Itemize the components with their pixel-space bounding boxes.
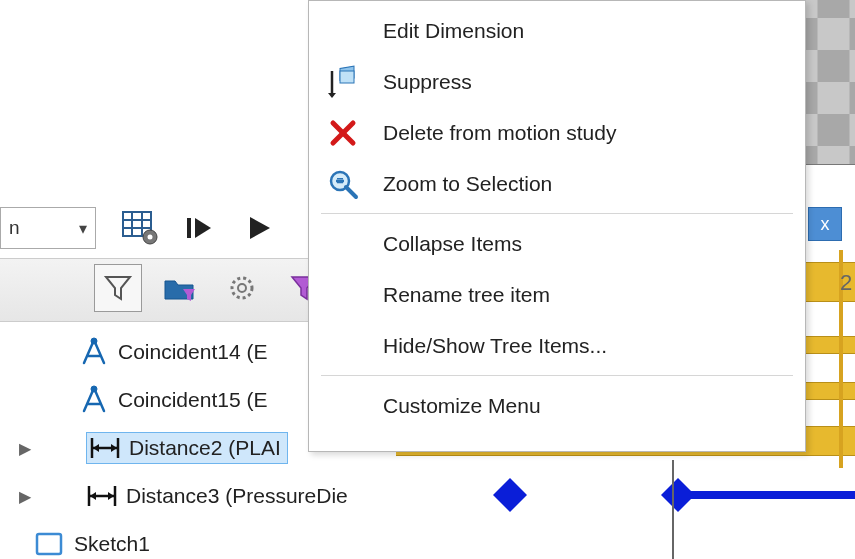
tree-item-label: Distance2 (PLAI (129, 436, 281, 460)
svg-point-6 (148, 235, 153, 240)
svg-rect-27 (37, 534, 61, 554)
menu-customize-menu[interactable]: Customize Menu (309, 380, 805, 431)
timeline-cursor[interactable] (672, 460, 674, 559)
tree-item-label: Coincident15 (E (118, 388, 267, 412)
coincident-icon (78, 337, 110, 367)
chevron-down-icon: ▾ (79, 219, 87, 238)
folder-filter-button[interactable] (156, 264, 204, 312)
menu-separator (321, 375, 793, 376)
blank-icon (321, 224, 365, 264)
menu-zoom-to-selection[interactable]: = Zoom to Selection (309, 158, 805, 209)
svg-text:=: = (336, 174, 343, 188)
distance-icon (86, 483, 118, 509)
keyframe-icon[interactable] (493, 478, 527, 512)
mode-combobox[interactable]: n ▾ (0, 207, 96, 249)
blank-icon (321, 386, 365, 426)
svg-marker-20 (93, 444, 99, 452)
blank-icon (321, 326, 365, 366)
keyframe-span[interactable] (680, 491, 855, 499)
zoom-icon: = (321, 164, 365, 204)
svg-point-13 (238, 284, 246, 292)
coincident-icon (78, 385, 110, 415)
expand-triangle-icon[interactable]: ▶ (18, 487, 32, 506)
svg-line-37 (346, 187, 356, 197)
mode-combobox-text: n (9, 217, 20, 239)
timeline-tick-label: 2 (840, 270, 852, 296)
menu-item-label: Hide/Show Tree Items... (383, 334, 607, 358)
play-icon (246, 214, 274, 242)
menu-separator (321, 213, 793, 214)
menu-suppress[interactable]: Suppress (309, 56, 805, 107)
context-menu: Edit Dimension Suppress Delete from moti… (308, 0, 806, 452)
svg-marker-26 (108, 492, 114, 500)
svg-marker-10 (106, 277, 130, 299)
blank-icon (321, 11, 365, 51)
sketch-icon (34, 529, 66, 559)
tree-item-label: Coincident14 (E (118, 340, 267, 364)
filter-toolbar (94, 264, 328, 312)
svg-marker-25 (90, 492, 96, 500)
tree-item-label: Distance3 (PressureDie (126, 484, 348, 508)
play-button[interactable] (240, 208, 280, 248)
suppress-icon (321, 62, 365, 102)
timeline-close-label: x (821, 214, 830, 235)
table-gear-icon (122, 211, 158, 245)
tree-item-sketch1[interactable]: Sketch1 (0, 520, 395, 559)
menu-item-label: Customize Menu (383, 394, 541, 418)
menu-item-label: Delete from motion study (383, 121, 616, 145)
menu-rename-tree-item[interactable]: Rename tree item (309, 269, 805, 320)
svg-marker-8 (195, 218, 211, 238)
svg-rect-31 (340, 71, 354, 83)
gear-icon (226, 272, 258, 304)
svg-point-15 (91, 338, 97, 344)
svg-point-12 (232, 278, 252, 298)
step-forward-button[interactable] (180, 208, 220, 248)
menu-item-label: Rename tree item (383, 283, 550, 307)
svg-marker-9 (250, 217, 270, 239)
filter-button[interactable] (94, 264, 142, 312)
menu-item-label: Zoom to Selection (383, 172, 552, 196)
folder-filter-icon (163, 273, 197, 303)
timeline-key-track[interactable] (398, 468, 855, 522)
menu-item-label: Collapse Items (383, 232, 522, 256)
menu-collapse-items[interactable]: Collapse Items (309, 218, 805, 269)
menu-delete-from-study[interactable]: Delete from motion study (309, 107, 805, 158)
step-forward-icon (185, 214, 215, 242)
tree-item-distance3[interactable]: ▶ Distance3 (PressureDie (0, 472, 395, 520)
menu-edit-dimension[interactable]: Edit Dimension (309, 5, 805, 56)
svg-marker-29 (328, 93, 336, 98)
menu-item-label: Edit Dimension (383, 19, 524, 43)
svg-rect-7 (187, 218, 191, 238)
menu-hide-show-tree-items[interactable]: Hide/Show Tree Items... (309, 320, 805, 371)
svg-point-16 (91, 386, 97, 392)
timeline-close-button[interactable]: x (808, 207, 842, 241)
svg-marker-21 (111, 444, 117, 452)
blank-icon (321, 275, 365, 315)
distance-icon (89, 435, 121, 461)
delete-icon (321, 113, 365, 153)
filter-icon (103, 273, 133, 303)
table-settings-button[interactable] (120, 208, 160, 248)
tree-item-label: Sketch1 (74, 532, 150, 556)
settings-gear-button[interactable] (218, 264, 266, 312)
playback-toolbar (120, 200, 280, 256)
expand-triangle-icon[interactable]: ▶ (18, 439, 32, 458)
menu-item-label: Suppress (383, 70, 472, 94)
